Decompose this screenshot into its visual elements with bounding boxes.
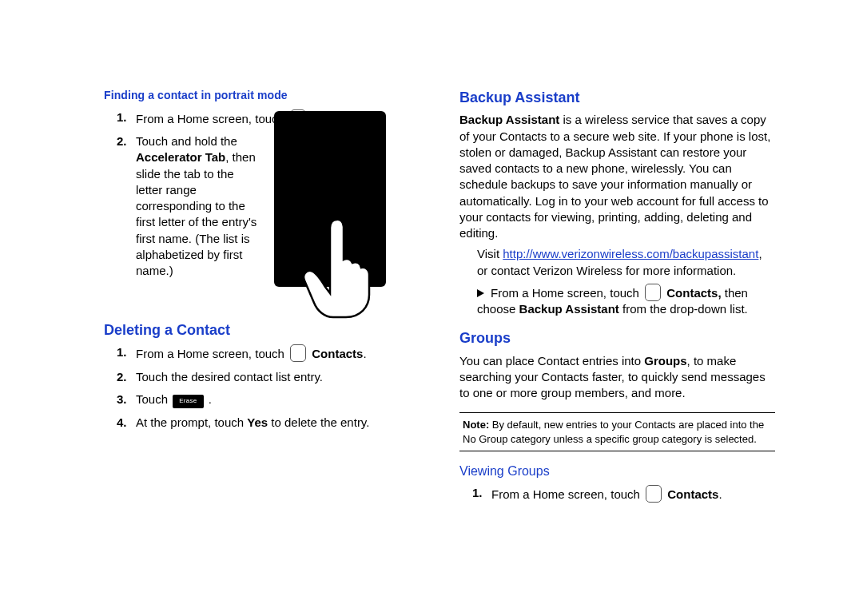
delete-step-2: Touch the desired contact list entry. <box>136 369 420 385</box>
delete-step-1: From a Home screen, touch Contacts. <box>136 344 420 362</box>
finding-contact-heading: Finding a contact in portrait mode <box>104 88 420 103</box>
left-column: Finding a contact in portrait mode From … <box>104 88 420 616</box>
groups-desc: You can place Contact entries into Group… <box>459 353 775 402</box>
contacts-icon <box>646 485 662 503</box>
backup-visit: Visit http://www.verizonwireless.com/bac… <box>459 246 775 279</box>
contacts-icon <box>290 344 306 362</box>
viewing-steps: From a Home screen, touch Contacts. <box>459 485 775 503</box>
groups-heading: Groups <box>459 328 775 348</box>
finding-step-2: Touch and hold the Accelerator Tab, then… <box>136 133 420 287</box>
viewing-step-1: From a Home screen, touch Contacts. <box>491 485 775 503</box>
manual-page: Finding a contact in portrait mode From … <box>0 0 863 616</box>
groups-note: Note: By default, new entries to your Co… <box>459 412 775 451</box>
finding-steps: From a Home screen, touch Contacts. Touc… <box>104 109 420 287</box>
delete-step-4: At the prompt, touch Yes to delete the e… <box>136 415 420 431</box>
backup-url-link[interactable]: http://www.verizonwireless.com/backupass… <box>503 247 758 260</box>
erase-button-icon: Erase <box>173 395 203 408</box>
hand-icon <box>298 215 378 319</box>
viewing-groups-heading: Viewing Groups <box>459 463 775 480</box>
right-column: Backup Assistant Backup Assistant is a w… <box>459 88 775 616</box>
step2-text: Touch and hold the Accelerator Tab, then… <box>136 133 260 279</box>
backup-desc: Backup Assistant is a wireless service t… <box>459 112 775 241</box>
deleting-steps: From a Home screen, touch Contacts. Touc… <box>104 344 420 431</box>
backup-assistant-heading: Backup Assistant <box>459 88 775 107</box>
phone-touch-illustration <box>274 111 386 287</box>
backup-step: From a Home screen, touch Contacts, then… <box>459 284 775 318</box>
deleting-contact-heading: Deleting a Contact <box>104 320 420 340</box>
bullet-triangle-icon <box>477 289 484 297</box>
delete-step-3: Touch Erase . <box>136 391 420 408</box>
contacts-icon <box>645 284 661 301</box>
